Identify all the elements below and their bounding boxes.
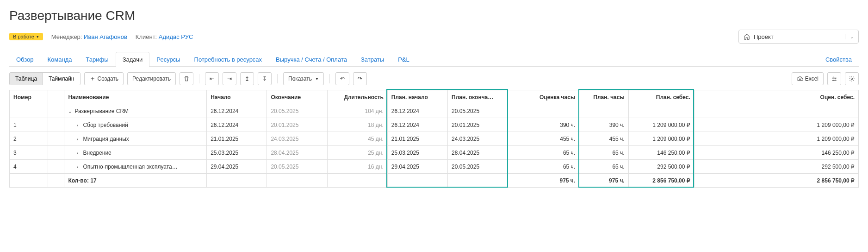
tab-costs[interactable]: Затраты bbox=[354, 52, 391, 67]
toolbar: Таблица Таймлайн ＋Создать Редактировать … bbox=[9, 72, 859, 85]
column-header[interactable]: План. начало bbox=[387, 90, 447, 104]
table-row[interactable]: ⌄Развертывание CRM26.12.202420.05.202510… bbox=[10, 104, 859, 118]
tab-rates[interactable]: Тарифы bbox=[79, 52, 116, 67]
arrow-right-bar-icon: ⇥ bbox=[227, 76, 232, 82]
client-label: Клиент: Адидас РУС bbox=[136, 33, 193, 40]
table-row[interactable]: 1›Сбор требований26.12.202420.01.202518 … bbox=[10, 118, 859, 132]
grid-wrap: НомерНаименованиеНачалоОкончаниеДлительн… bbox=[9, 90, 859, 188]
chevron-down-icon[interactable]: ⌄ bbox=[68, 109, 73, 114]
cloud-download-icon bbox=[797, 76, 803, 82]
tab-tasks[interactable]: Задачи bbox=[116, 52, 150, 67]
manager-label: Менеджер: Иван Агафонов bbox=[51, 33, 127, 40]
edit-button[interactable]: Редактировать bbox=[127, 72, 176, 85]
view-timeline-button[interactable]: Таймлайн bbox=[43, 73, 80, 85]
column-header[interactable] bbox=[48, 90, 64, 104]
svg-point-0 bbox=[851, 78, 853, 80]
home-icon bbox=[744, 33, 750, 40]
caret-down-icon: ▼ bbox=[315, 77, 319, 81]
chevron-down-icon: ⌄ bbox=[845, 34, 854, 39]
column-header[interactable]: Оценка часы bbox=[508, 90, 579, 104]
table-row[interactable]: 4›Опытно-промышленная эксплуата…29.04.20… bbox=[10, 160, 859, 174]
meta-row: В работе Менеджер: Иван Агафонов Клиент:… bbox=[9, 30, 859, 44]
view-table-button[interactable]: Таблица bbox=[10, 73, 43, 85]
tab-properties[interactable]: Свойства bbox=[818, 52, 859, 67]
show-button[interactable]: Показать▼ bbox=[283, 72, 324, 85]
tab-revenue[interactable]: Выручка / Счета / Оплата bbox=[269, 52, 354, 67]
view-toggle: Таблица Таймлайн bbox=[9, 72, 81, 85]
task-name: Сбор требований bbox=[83, 122, 128, 128]
create-button[interactable]: ＋Создать bbox=[84, 72, 124, 85]
gear-icon bbox=[849, 76, 855, 82]
chevron-right-icon[interactable]: › bbox=[76, 123, 81, 128]
task-name: Внедрение bbox=[83, 150, 111, 156]
table-row[interactable]: 3›Внедрение25.03.202528.04.202525 дн.25.… bbox=[10, 146, 859, 160]
column-header[interactable]: План. себес. bbox=[628, 90, 694, 104]
task-name: Развертывание CRM bbox=[74, 108, 129, 114]
tab-resources[interactable]: Ресурсы bbox=[149, 52, 187, 67]
chevron-right-icon[interactable]: › bbox=[76, 164, 81, 170]
move-up-button[interactable]: ↥ bbox=[240, 72, 254, 85]
indent-button[interactable]: ⇥ bbox=[223, 72, 236, 85]
page-title: Развертывание CRM bbox=[9, 8, 859, 23]
tasks-table[interactable]: НомерНаименованиеНачалоОкончаниеДлительн… bbox=[9, 90, 859, 188]
tab-overview[interactable]: Обзор bbox=[9, 52, 41, 67]
undo-button[interactable]: ↶ bbox=[335, 72, 349, 85]
column-header[interactable]: Длительность bbox=[327, 90, 387, 104]
column-header[interactable]: План. часы bbox=[579, 90, 629, 104]
settings-columns-button[interactable] bbox=[827, 72, 841, 85]
project-selector[interactable]: Проект ⌄ bbox=[738, 30, 859, 44]
column-header[interactable]: Наименование bbox=[64, 90, 207, 104]
chevron-right-icon[interactable]: › bbox=[76, 137, 81, 142]
excel-button[interactable]: Excel bbox=[792, 72, 824, 85]
tab-pl[interactable]: P&L bbox=[391, 52, 416, 67]
column-header[interactable]: Окончание bbox=[267, 90, 327, 104]
arrow-down-icon: ↧ bbox=[262, 76, 267, 82]
column-header[interactable]: Номер bbox=[10, 90, 48, 104]
settings-gear-button[interactable] bbox=[845, 72, 859, 85]
undo-icon: ↶ bbox=[340, 76, 345, 82]
chevron-right-icon[interactable]: › bbox=[76, 151, 81, 156]
redo-icon: ↷ bbox=[358, 76, 362, 82]
sliders-icon bbox=[831, 76, 837, 82]
delete-button[interactable] bbox=[180, 72, 193, 85]
redo-button[interactable]: ↷ bbox=[353, 72, 367, 85]
arrow-up-icon: ↥ bbox=[245, 76, 249, 82]
column-header[interactable]: Оцен. себес. bbox=[694, 90, 858, 104]
tabs: Обзор Команда Тарифы Задачи Ресурсы Потр… bbox=[9, 52, 859, 67]
task-name: Опытно-промышленная эксплуата… bbox=[83, 164, 177, 170]
manager-link[interactable]: Иван Агафонов bbox=[84, 33, 127, 40]
client-link[interactable]: Адидас РУС bbox=[159, 33, 193, 40]
status-badge[interactable]: В работе bbox=[9, 33, 43, 40]
column-header[interactable]: Начало bbox=[207, 90, 267, 104]
tab-team[interactable]: Команда bbox=[41, 52, 79, 67]
outdent-button[interactable]: ⇤ bbox=[205, 72, 219, 85]
column-header[interactable]: План. оконча… bbox=[448, 90, 508, 104]
table-row[interactable]: 2›Миграция данных21.01.202524.03.202545 … bbox=[10, 132, 859, 146]
tab-resource-demand[interactable]: Потребность в ресурсах bbox=[187, 52, 269, 67]
move-down-button[interactable]: ↧ bbox=[258, 72, 272, 85]
trash-icon bbox=[183, 76, 190, 82]
arrow-left-bar-icon: ⇤ bbox=[210, 76, 214, 82]
task-name: Миграция данных bbox=[83, 136, 129, 142]
